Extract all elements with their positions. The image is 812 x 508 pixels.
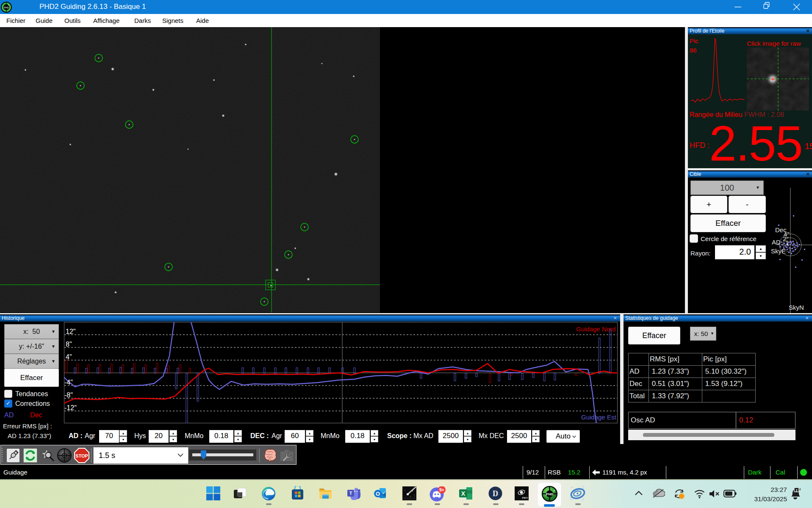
svg-text:X: X [461, 490, 466, 497]
svg-text:STOP: STOP [75, 453, 88, 458]
svg-text:1: 1 [785, 239, 789, 246]
svg-text:D: D [493, 489, 498, 498]
svg-text:O: O [376, 491, 380, 497]
svg-text:PHD: PHD [546, 492, 553, 496]
svg-text:PRO: PRO [522, 496, 528, 500]
svg-text:SkyE: SkyE [771, 247, 786, 255]
svg-text:z: z [795, 488, 797, 492]
svg-text:AD: AD [772, 239, 781, 246]
svg-text:z: z [799, 488, 801, 491]
svg-text:SkyN: SkyN [789, 304, 804, 311]
svg-text:T: T [349, 491, 352, 496]
svg-text:9+: 9+ [439, 488, 444, 492]
svg-text:PHD: PHD [4, 6, 9, 9]
